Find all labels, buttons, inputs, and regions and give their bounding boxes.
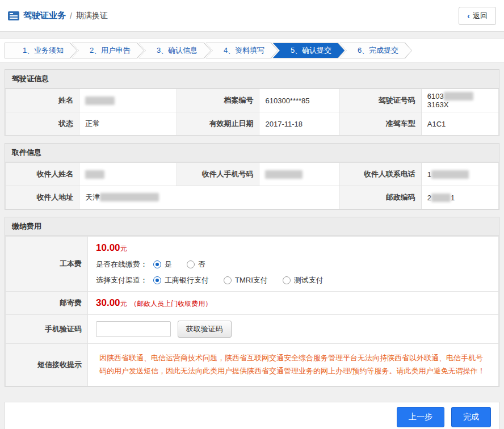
page-title-secondary: 期满换证 <box>76 11 108 21</box>
recipient-tel-label: 收件人联系电话 <box>339 163 421 186</box>
breadcrumb: 驾驶证业务 / 期满换证 <box>8 10 108 21</box>
license-no-prefix: 6103 <box>427 92 444 100</box>
postcode-prefix: 2 <box>427 194 431 202</box>
radio-channel-icbc[interactable]: 工商银行支付 <box>153 275 209 285</box>
license-no-label: 驾驶证号码 <box>339 89 421 112</box>
postage-amount: 30.00 <box>96 297 120 308</box>
postage-label: 邮寄费 <box>6 292 88 315</box>
radio-unchecked-icon <box>187 260 195 268</box>
pay-channel-line: 选择支付渠道： 工商银行支付 TMRI支付 测试支付 <box>96 275 490 285</box>
cost-label: 工本费 <box>6 237 88 292</box>
name-label: 姓名 <box>6 89 79 112</box>
postcode-label: 邮政编码 <box>339 186 421 209</box>
radio-channel-tmri-label: TMRI支付 <box>235 275 268 285</box>
fee-section-title: 缴纳费用 <box>5 217 499 236</box>
table-row: 短信接收提示 因陕西省联通、电信运营商技术问题，陕西省互联网交通安全综合服务管理… <box>6 344 499 386</box>
redacted-value <box>85 96 115 105</box>
sms-code-input[interactable] <box>96 321 171 337</box>
online-pay-question: 是否在线缴费： <box>96 259 148 270</box>
radio-unchecked-icon <box>224 276 232 284</box>
cost-amount: 10.00 <box>96 242 120 253</box>
expiry-value: 2017-11-18 <box>259 112 339 136</box>
file-no-value: 610300****85 <box>259 89 339 112</box>
postage-note: （邮政人员上门收取费用） <box>130 300 212 308</box>
table-row: 手机验证码 获取验证码 <box>6 315 499 344</box>
step-label: 3、确认信息 <box>138 43 211 58</box>
title-separator: / <box>70 11 72 20</box>
postcode-value: 21 <box>421 186 498 209</box>
document-icon <box>8 11 19 20</box>
step-6-complete-submit[interactable]: 6、完成提交 <box>339 43 412 58</box>
radio-online-no[interactable]: 否 <box>187 259 205 270</box>
back-label: 返回 <box>473 11 488 21</box>
redacted-value <box>444 92 473 100</box>
license-no-value: 61033163X <box>421 89 498 112</box>
step-label: 6、完成提交 <box>339 43 412 58</box>
step-2-user-declaration[interactable]: 2、用户申告 <box>72 43 144 58</box>
recipient-mobile-label: 收件人手机号码 <box>177 163 259 186</box>
recipient-mobile-value <box>259 163 339 186</box>
recipient-address-value: 天津 <box>79 186 339 209</box>
step-3-confirm-info[interactable]: 3、确认信息 <box>138 43 211 58</box>
postage-unit: 元 <box>120 300 127 308</box>
license-no-suffix: 3163X <box>427 100 449 109</box>
radio-channel-tmri[interactable]: TMRI支付 <box>224 275 268 285</box>
sms-notice-content: 因陕西省联通、电信运营商技术问题，陕西省互联网交通安全综合服务管理平台无法向持陕… <box>88 344 499 386</box>
fee-section: 缴纳费用 工本费 10.00元 是否在线缴费： 是 否 <box>5 217 499 387</box>
radio-online-yes[interactable]: 是 <box>153 259 172 270</box>
step-label: 4、资料填写 <box>205 43 278 58</box>
radio-channel-icbc-label: 工商银行支付 <box>165 275 209 285</box>
footer-bar: 上一步 完成 <box>5 402 499 429</box>
redacted-value <box>85 170 104 179</box>
vehicle-class-label: 准驾车型 <box>339 112 421 136</box>
recipient-address-label: 收件人地址 <box>6 186 79 209</box>
postcode-suffix: 1 <box>451 194 455 202</box>
radio-checked-icon <box>153 276 161 284</box>
recipient-tel-value: 1 <box>421 163 498 186</box>
postage-content: 30.00元 （邮政人员上门收取费用） <box>88 292 499 315</box>
table-row: 收件人地址 天津 邮政编码 21 <box>6 186 499 209</box>
step-1-business-notice[interactable]: 1、业务须知 <box>5 43 77 58</box>
pay-channel-question: 选择支付渠道： <box>96 275 148 285</box>
online-pay-line: 是否在线缴费： 是 否 <box>96 259 490 270</box>
radio-unchecked-icon <box>283 276 291 284</box>
redacted-value <box>431 170 469 179</box>
redacted-value <box>265 170 303 179</box>
status-value: 正常 <box>79 112 177 136</box>
status-label: 状态 <box>6 112 79 136</box>
step-label: 2、用户申告 <box>72 43 144 58</box>
recipient-name-value <box>79 163 177 186</box>
sms-code-label: 手机验证码 <box>6 315 88 344</box>
redacted-value <box>431 194 451 202</box>
table-row: 状态 正常 有效期止日期 2017-11-18 准驾车型 A1C1 <box>6 112 499 136</box>
finish-button[interactable]: 完成 <box>451 407 491 427</box>
table-row: 姓名 档案编号 610300****85 驾驶证号码 61033163X <box>6 89 499 112</box>
table-row: 邮寄费 30.00元 （邮政人员上门收取费用） <box>6 292 499 315</box>
radio-channel-test[interactable]: 测试支付 <box>283 275 324 285</box>
back-button[interactable]: ‹ 返回 <box>459 7 496 25</box>
redacted-value <box>100 193 159 201</box>
license-section-title: 驾驶证信息 <box>5 70 499 89</box>
radio-checked-icon <box>153 260 161 268</box>
step-5-confirm-submit[interactable]: 5、确认提交 <box>272 43 345 58</box>
step-4-fill-data[interactable]: 4、资料填写 <box>205 43 278 58</box>
sms-notice-label: 短信接收提示 <box>6 344 88 386</box>
radio-channel-test-label: 测试支付 <box>294 275 324 285</box>
radio-online-yes-label: 是 <box>165 259 172 270</box>
table-row: 收件人姓名 收件人手机号码 收件人联系电话 1 <box>6 163 499 186</box>
cost-price-line: 10.00元 <box>96 242 490 254</box>
get-code-button[interactable]: 获取验证码 <box>178 321 232 338</box>
pickup-info-table: 收件人姓名 收件人手机号码 收件人联系电话 1 收件人地址 天津 邮政编码 21 <box>5 162 499 209</box>
step-label: 1、业务须知 <box>5 43 77 58</box>
license-info-table: 姓名 档案编号 610300****85 驾驶证号码 61033163X 状态 … <box>5 89 499 136</box>
license-info-section: 驾驶证信息 姓名 档案编号 610300****85 驾驶证号码 6103316… <box>5 69 499 136</box>
address-prefix: 天津 <box>85 193 100 201</box>
step-label: 5、确认提交 <box>272 43 345 58</box>
previous-step-button[interactable]: 上一步 <box>397 407 444 427</box>
header: 驾驶证业务 / 期满换证 ‹ 返回 <box>0 0 504 32</box>
expiry-label: 有效期止日期 <box>177 112 259 136</box>
page-title-primary: 驾驶证业务 <box>23 10 66 21</box>
pickup-section-title: 取件信息 <box>5 144 499 162</box>
tel-prefix: 1 <box>427 170 431 179</box>
vehicle-class-value: A1C1 <box>421 112 498 136</box>
